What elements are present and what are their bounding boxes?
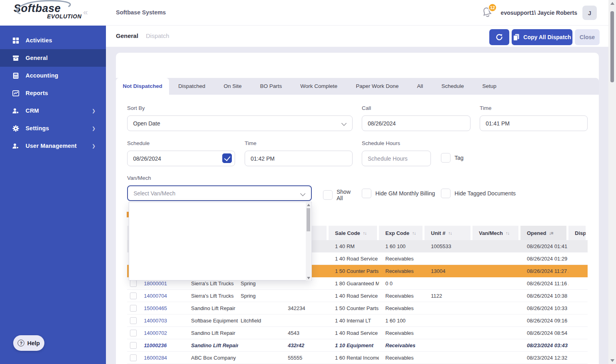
sidebar-item[interactable]: Settings ❯ [0, 119, 106, 137]
schedule-hours-input[interactable]: Schedule Hours [362, 151, 431, 166]
content-area: Not Dispatched Dispatched On Site BO Par… [106, 47, 608, 364]
row-checkbox[interactable] [130, 342, 137, 349]
scroll-thumb[interactable] [307, 208, 310, 231]
tag-checkbox-row: Tag [441, 153, 464, 163]
copy-all-dispatch-button[interactable]: Copy All Dispatch [512, 29, 572, 45]
status-tab[interactable]: BO Parts [251, 78, 291, 95]
close-button[interactable]: Close [575, 29, 600, 45]
hide-tagged-documents-checkbox[interactable] [441, 189, 451, 198]
sidebar-collapse-icon[interactable]: « [83, 7, 88, 17]
header-unit[interactable]: Unit #↑↓ [425, 226, 472, 240]
row-checkbox[interactable] [130, 280, 137, 287]
document-number-link[interactable]: 16000284 [144, 355, 167, 361]
status-tab[interactable]: Not Dispatched [116, 78, 169, 95]
dropdown-option[interactable] [129, 233, 311, 249]
page-scrollbar[interactable] [608, 0, 616, 364]
scroll-up-icon[interactable] [610, 2, 614, 5]
chevron-down-icon [341, 121, 347, 126]
sidebar-item[interactable]: CRM ❯ [0, 102, 106, 119]
header-sale-code[interactable]: Sale Code↑↓ [329, 226, 379, 240]
table-row[interactable]: 11000236 Sandino Lift Repair 432r42 1 10… [127, 339, 588, 352]
refresh-button[interactable] [489, 29, 509, 45]
sort-desc-icon: ↓≡ [549, 231, 553, 235]
accounting-icon [12, 72, 19, 79]
header-dispatched[interactable]: Dispatched [568, 226, 588, 240]
sort-by-select[interactable]: Open Date [127, 115, 353, 131]
van-mech-select[interactable]: Select Van/Mech [127, 185, 312, 201]
dropdown-option[interactable] [129, 218, 311, 233]
sidebar-item[interactable]: Accounting [0, 67, 106, 84]
row-checkbox[interactable] [130, 305, 137, 312]
row-checkbox[interactable] [130, 292, 137, 299]
sidebar-item-label: Settings [26, 125, 49, 131]
scroll-up-icon[interactable] [307, 204, 310, 206]
sidebar-item-label: Activities [26, 37, 52, 44]
sidebar-item-label: CRM [26, 107, 39, 114]
schedule-hours-label: Schedule Hours [362, 140, 400, 146]
hide-tagged-label: Hide Tagged Documents [455, 190, 516, 197]
dropdown-option[interactable] [129, 265, 311, 280]
header-exp-code[interactable]: Exp Code↑↓ [379, 226, 425, 240]
sidebar-item[interactable]: User Management ❯ [0, 137, 106, 155]
user-name[interactable]: evosupport1\ Jaycie Roberts [501, 10, 577, 16]
status-tab[interactable]: Schedule [432, 78, 473, 95]
header-van-mech[interactable]: Van/Mech↑↓ [472, 226, 520, 240]
schedule-time-label: Time [245, 140, 257, 146]
sidebar-item[interactable]: Reports [0, 84, 106, 102]
sidebar-item-label: Reports [26, 90, 48, 96]
table-row[interactable]: 14000703 Softbase Equipment Litchfield 1… [127, 314, 588, 327]
dropdown-option[interactable] [129, 202, 311, 218]
document-number-link[interactable]: 18000001 [144, 280, 167, 286]
document-number-link[interactable]: 14000702 [144, 330, 167, 336]
tag-checkbox[interactable] [441, 153, 451, 163]
status-tab[interactable]: Setup [473, 78, 506, 95]
dropdown-option[interactable] [129, 249, 311, 265]
document-number-link[interactable]: 15000465 [144, 305, 167, 311]
call-date-input[interactable]: 08/26/2024 [362, 115, 470, 131]
hide-gm-monthly-billing-checkbox[interactable] [362, 189, 371, 198]
status-tab[interactable]: Dispatched [169, 78, 215, 95]
tab-dispatch[interactable]: Dispatch [146, 32, 169, 39]
toolbar: General Dispatch Copy All Dispatch Close [106, 26, 608, 47]
schedule-time-input[interactable]: 01:42 PM [245, 151, 353, 166]
table-row[interactable]: 14000702 Sandino Lift Repair 4543 1 40 R… [127, 327, 588, 339]
row-checkbox[interactable] [130, 317, 137, 324]
table-row[interactable]: 15000465 Sandino Lift Repair 342234 1 50… [127, 302, 588, 314]
status-tab[interactable]: On Site [215, 78, 251, 95]
header-opened[interactable]: Opened↓≡ [520, 226, 568, 240]
notification-bell-icon[interactable]: 12 [481, 6, 494, 20]
status-tab[interactable]: Paper Work Done [347, 78, 408, 95]
help-button[interactable]: ? Help [13, 335, 44, 351]
row-checkbox[interactable] [130, 330, 137, 336]
status-tab[interactable]: Work Complete [291, 78, 347, 95]
table-row[interactable]: 14000704 Sierra's Lift Trucks Spring 1 4… [127, 290, 588, 302]
row-checkbox[interactable] [130, 354, 137, 361]
dropdown-scrollbar[interactable] [306, 203, 311, 280]
top-bar: Softbase Systems 12 evosupport1\ Jaycie … [106, 0, 608, 26]
general-icon [12, 54, 19, 62]
avatar[interactable]: J [582, 6, 597, 20]
sort-icon: ↑↓ [363, 231, 367, 235]
scroll-thumb[interactable] [610, 11, 614, 82]
document-number-link[interactable]: 14000703 [144, 318, 167, 324]
table-row[interactable]: 16000284 ABC Box Company 55555 1 60 Rent… [127, 352, 588, 364]
sidebar-item[interactable]: Activities [0, 32, 106, 49]
sidebar-item[interactable]: General [0, 49, 106, 67]
tab-general[interactable]: General [116, 32, 138, 39]
sidebar-item-label: General [26, 55, 48, 61]
status-tab[interactable]: All [408, 78, 432, 95]
schedule-label: Schedule [127, 140, 150, 146]
chevron-right-icon: ❯ [92, 108, 96, 113]
call-time-input[interactable]: 01:41 PM [480, 115, 588, 131]
document-number-link[interactable]: 11000236 [144, 342, 167, 348]
show-all-checkbox[interactable] [323, 190, 333, 200]
refresh-icon [495, 33, 503, 41]
schedule-checkbox[interactable] [222, 153, 232, 163]
schedule-date-input[interactable]: 08/26/2024 [127, 151, 235, 166]
sidebar-item-label: User Management [26, 143, 77, 149]
scroll-down-icon[interactable] [307, 277, 310, 279]
dispatch-card: Not Dispatched Dispatched On Site BO Par… [116, 53, 599, 364]
document-number-link[interactable]: 14000704 [144, 293, 167, 299]
question-mark-icon: ? [18, 340, 24, 346]
scroll-down-icon[interactable] [610, 359, 614, 362]
